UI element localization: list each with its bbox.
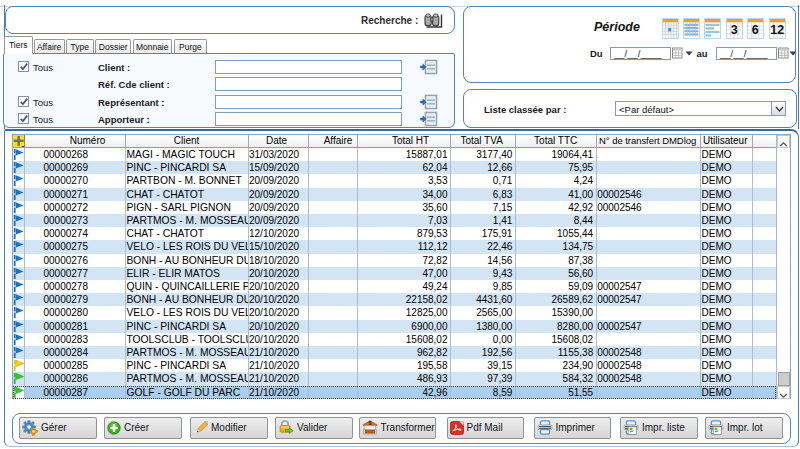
- svg-text:6: 6: [752, 23, 759, 37]
- svg-text:12: 12: [770, 23, 784, 37]
- svg-text:$: $: [368, 420, 371, 426]
- svg-text:3: 3: [730, 23, 737, 37]
